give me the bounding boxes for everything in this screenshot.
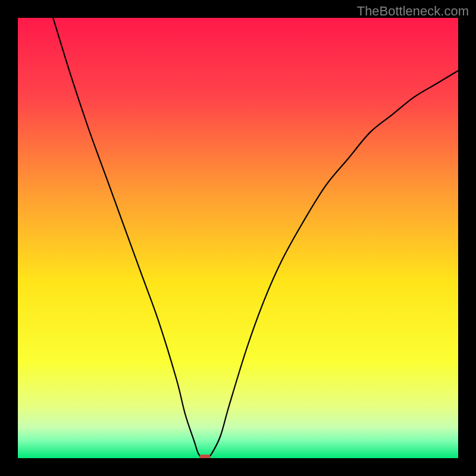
watermark-text: TheBottleneck.com: [357, 4, 469, 19]
minimum-marker: [200, 455, 211, 458]
curve-layer: [18, 18, 458, 458]
plot-area: [18, 18, 458, 458]
bottleneck-curve: [53, 18, 458, 458]
chart-container: TheBottleneck.com: [0, 0, 476, 476]
